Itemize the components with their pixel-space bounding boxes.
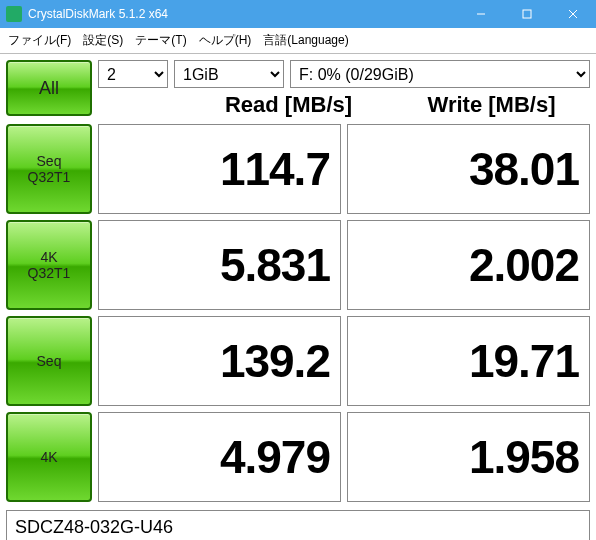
- seq-q32t1-read: 114.7: [98, 124, 341, 214]
- seq-q32t1-button[interactable]: Seq Q32T1: [6, 124, 92, 214]
- menu-lang[interactable]: 言語(Language): [259, 30, 352, 51]
- main-content: All 2 1GiB F: 0% (0/29GiB) Read [MB/s] W…: [0, 54, 596, 540]
- minimize-button[interactable]: [458, 0, 504, 28]
- all-button[interactable]: All: [6, 60, 92, 116]
- 4k-q32t1-button[interactable]: 4K Q32T1: [6, 220, 92, 310]
- 4k-button[interactable]: 4K: [6, 412, 92, 502]
- close-button[interactable]: [550, 0, 596, 28]
- seq-read: 139.2: [98, 316, 341, 406]
- menu-bar: ファイル(F) 設定(S) テーマ(T) ヘルプ(H) 言語(Language): [0, 28, 596, 54]
- 4k-read: 4.979: [98, 412, 341, 502]
- seq-q32t1-write: 38.01: [347, 124, 590, 214]
- runs-select[interactable]: 2: [98, 60, 168, 88]
- size-select[interactable]: 1GiB: [174, 60, 284, 88]
- write-header: Write [MB/s]: [393, 92, 590, 118]
- menu-theme[interactable]: テーマ(T): [131, 30, 190, 51]
- maximize-button[interactable]: [504, 0, 550, 28]
- menu-help[interactable]: ヘルプ(H): [195, 30, 256, 51]
- 4k-q32t1-write: 2.002: [347, 220, 590, 310]
- menu-setup[interactable]: 設定(S): [79, 30, 127, 51]
- menu-file[interactable]: ファイル(F): [4, 30, 75, 51]
- window-title: CrystalDiskMark 5.1.2 x64: [28, 7, 458, 21]
- read-header: Read [MB/s]: [190, 92, 387, 118]
- svg-rect-1: [523, 10, 531, 18]
- seq-button[interactable]: Seq: [6, 316, 92, 406]
- device-label-input[interactable]: [6, 510, 590, 540]
- drive-select[interactable]: F: 0% (0/29GiB): [290, 60, 590, 88]
- title-bar: CrystalDiskMark 5.1.2 x64: [0, 0, 596, 28]
- 4k-write: 1.958: [347, 412, 590, 502]
- app-icon: [6, 6, 22, 22]
- seq-write: 19.71: [347, 316, 590, 406]
- 4k-q32t1-read: 5.831: [98, 220, 341, 310]
